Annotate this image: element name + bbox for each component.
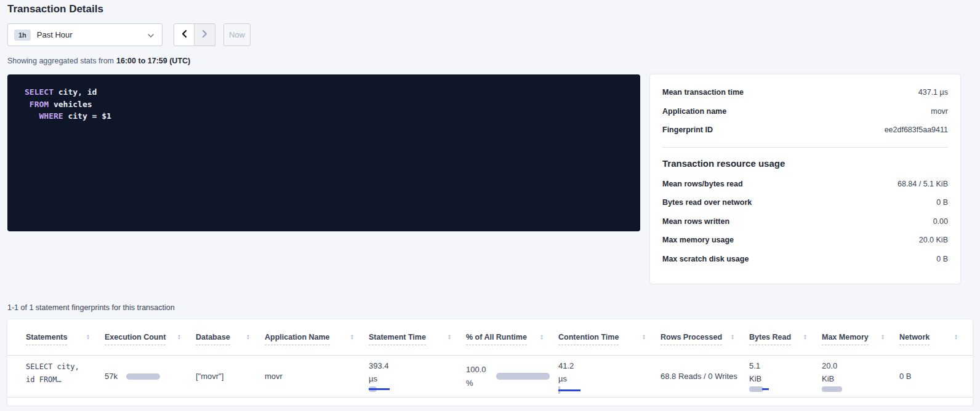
sort-icon[interactable]: ▲▼ (642, 334, 646, 340)
column-header-statements[interactable]: Statements ▲▼ (26, 333, 105, 342)
time-range-label: Past Hour (37, 30, 147, 39)
sort-icon[interactable]: ▲▼ (448, 334, 451, 340)
statements-table-header: Statements ▲▼ Execution Count ▲▼ Databas… (7, 319, 973, 356)
column-header-application-name[interactable]: Application Name ▲▼ (265, 333, 369, 342)
statement-time-cell: 393.4 µs (369, 356, 466, 397)
summary-value: movr (931, 107, 948, 116)
summary-divider (662, 147, 948, 148)
resource-label: Mean rows written (662, 217, 933, 226)
time-range-dropdown[interactable]: 1h Past Hour (7, 23, 163, 46)
now-button[interactable]: Now (223, 23, 251, 46)
statement-row: SELECT city, id FROM… 57k ["movr"] movr … (7, 356, 973, 397)
chevron-right-icon (202, 30, 208, 40)
summary-value: 437.1 µs (918, 88, 948, 97)
resource-value: 68.84 / 5.1 KiB (898, 180, 948, 188)
sort-icon[interactable]: ▲▼ (86, 334, 90, 340)
statements-count-caption: 1-1 of 1 statement fingerprints for this… (7, 303, 973, 312)
previous-interval-button[interactable] (174, 23, 195, 46)
resource-value: 20.0 KiB (919, 236, 948, 244)
max-memory-cell: 20.0 KiB (822, 356, 899, 397)
column-header-database[interactable]: Database ▲▼ (196, 333, 265, 342)
column-header-contention-time[interactable]: Contention Time ▲▼ (558, 333, 661, 342)
sort-icon[interactable]: ▲▼ (881, 334, 885, 340)
aggregated-stats-note: Showing aggregated stats from16:00 to 17… (7, 57, 973, 65)
statement-fingerprint-link[interactable]: SELECT city, id FROM… (26, 356, 105, 397)
application-name-cell: movr (265, 356, 369, 397)
resource-label: Bytes read over network (662, 198, 936, 207)
rows-processed-cell: 68.8 Reads / 0 Writes (661, 356, 749, 397)
column-header-execution-count[interactable]: Execution Count ▲▼ (105, 333, 196, 342)
column-header-pct-of-all-runtime[interactable]: % of All Runtime ▲▼ (466, 333, 558, 342)
column-header-max-memory[interactable]: Max Memory ▲▼ (822, 333, 899, 342)
network-cell: 0 B (899, 356, 973, 397)
sql-keyword: WHERE (39, 111, 63, 121)
chevron-down-icon (147, 30, 155, 41)
time-toolbar: 1h Past Hour Now (7, 23, 973, 46)
sort-icon[interactable]: ▲▼ (177, 334, 181, 340)
time-range-badge: 1h (14, 30, 31, 41)
column-header-network[interactable]: Network ▲▼ (899, 333, 973, 342)
execution-count-bar (126, 373, 160, 380)
next-interval-button[interactable] (195, 23, 215, 46)
resource-value: 0 B (936, 255, 948, 263)
sort-icon[interactable]: ▲▼ (731, 334, 734, 340)
bytes-read-bar (749, 386, 822, 394)
resource-row-max-memory-usage: Max memory usage 20.0 KiB (662, 231, 948, 250)
resource-label: Max memory usage (662, 236, 919, 244)
summary-row-fingerprint-id: Fingerprint ID ee2df683f5aa9411 (662, 121, 948, 140)
resource-row-max-scratch-disk-usage: Max scratch disk usage 0 B (662, 250, 948, 269)
transaction-sql-box: SELECT city, id FROM vehicles WHERE city… (7, 74, 640, 231)
contention-time-bar (558, 386, 661, 394)
summary-label: Application name (662, 107, 931, 116)
aggregated-stats-range: 16:00 to 17:59 (UTC) (116, 57, 190, 65)
contention-time-cell: 41.2 µs (558, 356, 661, 397)
sort-icon[interactable]: ▲▼ (246, 334, 250, 340)
bytes-read-cell: 5.1 KiB (749, 356, 822, 397)
resource-value: 0 B (936, 198, 948, 207)
pct-of-runtime-cell: 100.0 % (466, 356, 558, 397)
execution-count-cell: 57k (105, 356, 196, 397)
column-header-statement-time[interactable]: Statement Time ▲▼ (369, 333, 466, 342)
chevron-left-icon (181, 30, 187, 40)
sql-keyword: SELECT (25, 87, 54, 97)
resource-label: Max scratch disk usage (662, 255, 936, 263)
max-memory-bar (822, 386, 899, 394)
resource-label: Mean rows/bytes read (662, 180, 898, 188)
sort-icon[interactable]: ▲▼ (803, 334, 807, 340)
summary-row-application-name: Application name movr (662, 102, 948, 121)
transaction-summary-card: Mean transaction time 437.1 µs Applicati… (650, 74, 960, 284)
resource-usage-heading: Transaction resource usage (662, 158, 948, 169)
transaction-details-page: Transaction Details 1h Past Hour Now Sho… (0, 0, 980, 405)
resource-row-bytes-read-over-network: Bytes read over network 0 B (662, 193, 948, 212)
page-title: Transaction Details (7, 0, 973, 15)
summary-label: Fingerprint ID (662, 126, 885, 134)
column-header-rows-processed[interactable]: Rows Processed ▲▼ (661, 333, 749, 342)
sort-icon[interactable]: ▲▼ (540, 334, 544, 340)
resource-row-mean-rows-bytes-read: Mean rows/bytes read 68.84 / 5.1 KiB (662, 175, 948, 194)
aggregated-stats-prefix: Showing aggregated stats from (7, 57, 114, 65)
statement-time-bar (369, 386, 466, 394)
database-cell: ["movr"] (196, 356, 265, 397)
sql-keyword: FROM (30, 100, 49, 109)
column-header-bytes-read[interactable]: Bytes Read ▲▼ (749, 333, 822, 342)
sql-statement-text: SELECT city, id FROM vehicles WHERE city… (25, 86, 640, 122)
details-row: SELECT city, id FROM vehicles WHERE city… (7, 74, 973, 284)
time-pager (174, 23, 215, 46)
statements-table: Statements ▲▼ Execution Count ▲▼ Databas… (7, 319, 973, 405)
resource-row-mean-rows-written: Mean rows written 0.00 (662, 212, 948, 231)
summary-value: ee2df683f5aa9411 (885, 126, 948, 134)
summary-label: Mean transaction time (662, 88, 918, 97)
resource-value: 0.00 (933, 217, 948, 226)
sort-icon[interactable]: ▲▼ (954, 334, 958, 340)
summary-row-mean-transaction-time: Mean transaction time 437.1 µs (662, 83, 948, 102)
sort-icon[interactable]: ▲▼ (350, 334, 354, 340)
pct-of-runtime-bar (496, 373, 550, 380)
